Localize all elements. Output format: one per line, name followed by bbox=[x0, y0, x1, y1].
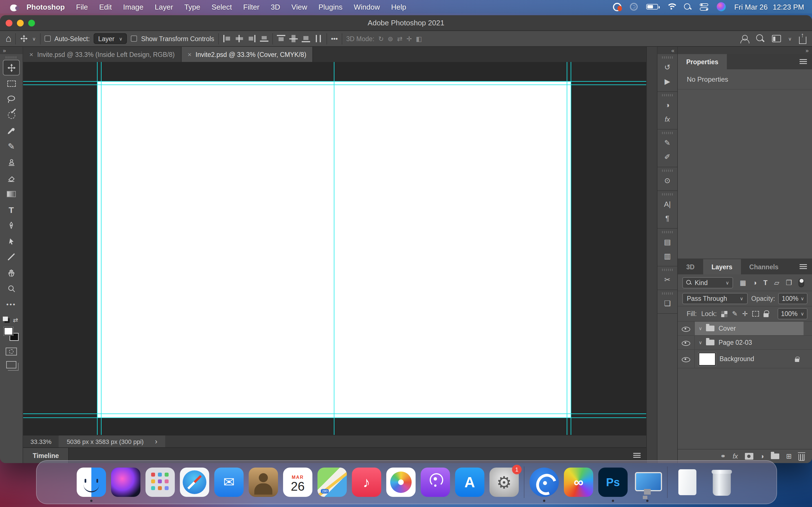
notes-panel-icon[interactable] bbox=[659, 249, 676, 263]
libraries-panel-icon[interactable] bbox=[659, 296, 676, 311]
menu-image[interactable]: Image bbox=[117, 3, 149, 11]
filter-smart-objects-icon[interactable] bbox=[786, 279, 792, 286]
spiral-status-icon[interactable] bbox=[630, 3, 638, 11]
path-selection-tool[interactable] bbox=[3, 233, 20, 249]
3d-orbit-icon[interactable] bbox=[378, 35, 384, 43]
auto-select-checkbox[interactable] bbox=[44, 36, 50, 42]
tab-layers[interactable]: Layers bbox=[703, 259, 741, 274]
guide-horizontal-top-margin[interactable] bbox=[23, 84, 646, 85]
canvas-viewport[interactable] bbox=[23, 62, 646, 435]
menu-edit[interactable]: Edit bbox=[94, 3, 117, 11]
dock-music[interactable] bbox=[352, 467, 381, 497]
expand-group-chevron-icon[interactable] bbox=[699, 326, 702, 331]
pencil-tool[interactable] bbox=[3, 138, 20, 154]
line-tool[interactable] bbox=[3, 249, 20, 265]
timeline-menu-icon[interactable] bbox=[633, 453, 641, 458]
visibility-cell[interactable] bbox=[678, 350, 695, 368]
fill-field[interactable]: 100% bbox=[777, 308, 808, 320]
dock-calendar[interactable]: MAR 26 bbox=[283, 467, 312, 497]
zoom-tool[interactable] bbox=[3, 281, 20, 296]
expand-group-chevron-icon[interactable] bbox=[699, 340, 702, 345]
wifi-icon[interactable] bbox=[666, 3, 675, 10]
brushes-panel-icon[interactable] bbox=[659, 150, 676, 164]
delete-layer-icon[interactable] bbox=[799, 454, 805, 460]
menu-layer[interactable]: Layer bbox=[149, 3, 179, 11]
brush-settings-panel-icon[interactable] bbox=[659, 136, 676, 150]
home-icon[interactable] bbox=[6, 34, 11, 43]
lock-pixels-icon[interactable] bbox=[732, 310, 738, 318]
menu-select[interactable]: Select bbox=[206, 3, 238, 11]
3d-pan-icon[interactable] bbox=[397, 35, 402, 43]
distribute-bottom-icon[interactable] bbox=[302, 35, 310, 42]
foreground-background-swatches[interactable] bbox=[4, 327, 18, 341]
dock-display[interactable] bbox=[633, 467, 662, 497]
tool-presets-panel-icon[interactable] bbox=[659, 273, 676, 287]
tab-3d[interactable]: 3D bbox=[678, 259, 703, 274]
menu-window[interactable]: Window bbox=[348, 3, 386, 11]
layers-menu-icon[interactable] bbox=[800, 264, 807, 269]
menu-filter[interactable]: Filter bbox=[238, 3, 265, 11]
dock-finder[interactable] bbox=[77, 467, 106, 497]
type-tool[interactable]: T bbox=[3, 202, 20, 217]
tab-invite2-psd[interactable]: Invite2.psd @ 33.3% (Cover, CMYK/8) bbox=[181, 47, 313, 62]
menu-view[interactable]: View bbox=[286, 3, 313, 11]
distribute-horizontal-icon[interactable] bbox=[314, 35, 322, 42]
layer-name[interactable]: Page 02-03 bbox=[718, 339, 752, 346]
group-grip-handle[interactable] bbox=[662, 231, 673, 233]
dock-safari[interactable] bbox=[180, 467, 209, 497]
foreground-color-swatch[interactable] bbox=[4, 327, 13, 335]
group-grip-handle[interactable] bbox=[662, 56, 673, 59]
align-bottom-icon[interactable] bbox=[260, 35, 268, 42]
add-mask-icon[interactable] bbox=[745, 453, 753, 460]
lasso-tool[interactable] bbox=[3, 91, 20, 107]
group-grip-handle[interactable] bbox=[662, 132, 673, 134]
gradient-tool[interactable] bbox=[3, 186, 20, 202]
default-colors-icon[interactable] bbox=[4, 318, 10, 323]
3d-roll-icon[interactable] bbox=[388, 35, 393, 43]
opacity-field[interactable]: 100% bbox=[778, 293, 808, 304]
character-panel-icon[interactable] bbox=[659, 197, 676, 211]
quick-mask-button[interactable] bbox=[6, 348, 17, 355]
group-grip-handle[interactable] bbox=[662, 94, 673, 96]
layer-row-page-02-03[interactable]: Page 02-03 bbox=[678, 336, 812, 350]
siri-icon[interactable] bbox=[717, 2, 726, 11]
filter-toggle-switch[interactable] bbox=[799, 278, 804, 287]
clone-stamp-tool[interactable] bbox=[3, 154, 20, 170]
menu-3d[interactable]: 3D bbox=[265, 3, 286, 11]
auto-select-dropdown[interactable]: Layer bbox=[94, 33, 127, 44]
align-center-horizontal-icon[interactable] bbox=[235, 35, 244, 42]
menu-clock[interactable]: Fri Mar 26 12:23 PM bbox=[734, 3, 804, 11]
workspace-chevron-icon[interactable] bbox=[788, 36, 792, 41]
tools-grip-handle[interactable] bbox=[6, 56, 17, 59]
layer-row-background[interactable]: Background bbox=[678, 350, 812, 369]
expand-tools-icon[interactable] bbox=[3, 47, 6, 54]
group-grip-handle[interactable] bbox=[662, 170, 673, 172]
dock-system-preferences[interactable]: 1 bbox=[490, 467, 519, 497]
visibility-cell[interactable] bbox=[678, 322, 695, 335]
history-panel-icon[interactable] bbox=[659, 60, 676, 74]
eye-icon[interactable] bbox=[682, 355, 690, 362]
lock-artboard-icon[interactable] bbox=[753, 311, 759, 317]
new-group-icon[interactable] bbox=[771, 453, 779, 459]
actions-panel-icon[interactable] bbox=[659, 74, 676, 89]
layer-name[interactable]: Cover bbox=[718, 325, 735, 332]
menu-help[interactable]: Help bbox=[386, 3, 412, 11]
group-grip-handle[interactable] bbox=[662, 292, 673, 295]
new-adjustment-layer-icon[interactable] bbox=[760, 452, 764, 460]
adjustments-panel-icon[interactable] bbox=[659, 98, 676, 112]
tab-invite-psd[interactable]: Invite.psd @ 33.3% (Inside Left Design, … bbox=[23, 47, 181, 62]
object-selection-tool[interactable] bbox=[3, 107, 20, 123]
guide-horizontal-top-bleed[interactable] bbox=[23, 81, 646, 82]
lock-position-icon[interactable] bbox=[742, 310, 748, 318]
move-tool-icon[interactable] bbox=[20, 34, 29, 43]
tab-properties[interactable]: Properties bbox=[678, 54, 727, 69]
spotlight-icon[interactable] bbox=[684, 3, 691, 10]
group-grip-handle[interactable] bbox=[662, 269, 673, 271]
paragraph-panel-icon[interactable] bbox=[659, 211, 676, 225]
dock-creative-cloud[interactable] bbox=[564, 467, 593, 497]
visibility-cell[interactable] bbox=[678, 336, 695, 349]
lock-transparency-icon[interactable] bbox=[721, 311, 727, 317]
creative-cloud-status-icon[interactable] bbox=[613, 3, 621, 11]
layer-name[interactable]: Background bbox=[719, 355, 754, 362]
dock-podcasts[interactable] bbox=[421, 467, 450, 497]
